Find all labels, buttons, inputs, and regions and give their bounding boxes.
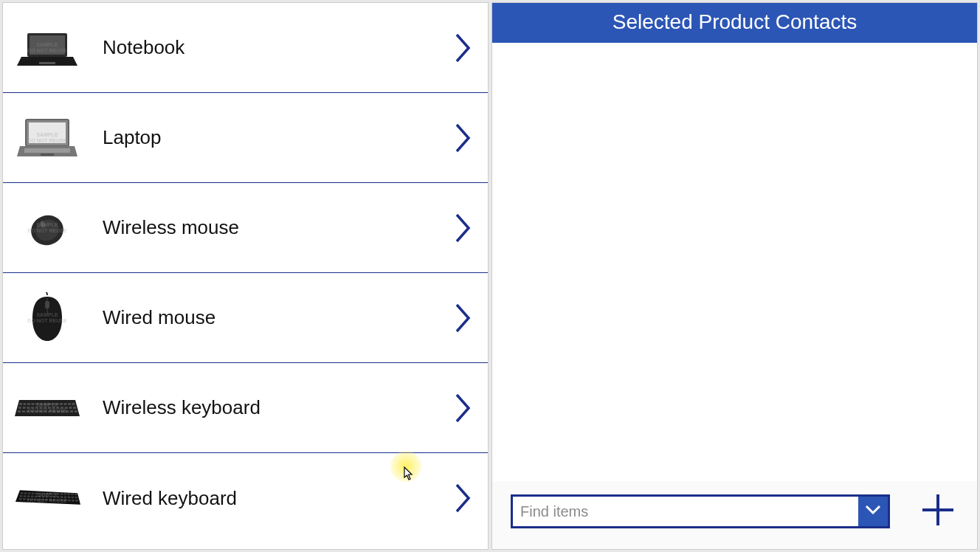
chevron-down-icon <box>865 505 881 518</box>
svg-rect-79 <box>38 496 41 497</box>
svg-rect-105 <box>75 500 78 502</box>
svg-rect-76 <box>27 495 30 497</box>
svg-rect-36 <box>48 407 51 409</box>
find-items-input[interactable] <box>513 497 858 526</box>
svg-rect-8 <box>41 153 54 156</box>
svg-rect-56 <box>75 410 77 413</box>
svg-rect-45 <box>27 410 30 413</box>
svg-rect-30 <box>23 407 26 409</box>
svg-rect-72 <box>71 494 74 495</box>
product-row-laptop[interactable]: SAMPLEDO NOT REUSELaptop <box>3 93 488 183</box>
svg-rect-26 <box>64 403 67 405</box>
svg-rect-101 <box>61 500 63 502</box>
svg-rect-82 <box>49 496 52 497</box>
svg-rect-91 <box>23 498 26 500</box>
svg-rect-78 <box>35 496 38 497</box>
svg-rect-38 <box>56 407 59 409</box>
svg-rect-21 <box>44 403 46 405</box>
contacts-pane: Selected Product Contacts <box>491 2 978 550</box>
product-row-mouse-wired[interactable]: SAMPLEDO NOT REUSEWired mouse <box>3 273 488 363</box>
product-row-keyboard-wireless[interactable]: SAMPLEDO NOT REUSEWireless keyboard <box>3 363 488 453</box>
contacts-panel-body <box>492 43 977 481</box>
chevron-right-icon <box>454 482 473 514</box>
svg-rect-100 <box>57 499 60 501</box>
svg-rect-23 <box>52 403 55 405</box>
svg-rect-84 <box>57 496 60 497</box>
svg-rect-73 <box>75 494 77 495</box>
svg-rect-62 <box>35 493 38 494</box>
svg-rect-64 <box>42 493 45 494</box>
svg-rect-5 <box>29 123 66 143</box>
svg-rect-63 <box>38 493 41 494</box>
product-label: Laptop <box>103 126 454 149</box>
svg-rect-7 <box>24 148 70 153</box>
svg-rect-93 <box>30 498 33 500</box>
svg-rect-81 <box>46 496 49 497</box>
svg-rect-71 <box>67 493 70 494</box>
product-list: SAMPLEDO NOT REUSENotebookSAMPLEDO NOT R… <box>3 3 488 543</box>
svg-rect-55 <box>70 410 73 413</box>
svg-rect-89 <box>75 497 78 498</box>
svg-marker-2 <box>17 57 77 66</box>
svg-rect-35 <box>44 407 46 409</box>
svg-rect-46 <box>31 410 34 413</box>
svg-rect-66 <box>49 493 52 494</box>
chevron-right-icon <box>454 122 473 154</box>
svg-rect-104 <box>72 500 75 502</box>
svg-rect-80 <box>42 496 45 497</box>
svg-rect-44 <box>22 410 25 413</box>
svg-rect-39 <box>61 407 63 409</box>
svg-rect-24 <box>56 403 59 405</box>
svg-rect-97 <box>45 499 48 501</box>
chevron-right-icon <box>454 302 473 334</box>
product-label: Wireless keyboard <box>103 396 454 419</box>
chevron-right-icon <box>454 392 473 424</box>
keyboard-wireless-icon: SAMPLEDO NOT REUSE <box>14 382 80 434</box>
svg-rect-94 <box>34 499 37 501</box>
product-row-keyboard-wired[interactable]: SAMPLEDO NOT REUSEWired keyboard <box>3 453 488 543</box>
svg-rect-90 <box>19 498 22 500</box>
product-row-notebook[interactable]: SAMPLEDO NOT REUSENotebook <box>3 3 488 93</box>
svg-rect-75 <box>24 495 27 497</box>
svg-rect-68 <box>57 493 60 494</box>
svg-rect-77 <box>31 495 34 497</box>
notebook-icon: SAMPLEDO NOT REUSE <box>14 22 80 74</box>
svg-rect-19 <box>35 403 38 405</box>
svg-rect-95 <box>38 499 41 501</box>
product-row-mouse-wireless[interactable]: SAMPLEDO NOT REUSEWireless mouse <box>3 183 488 273</box>
svg-rect-67 <box>53 493 56 494</box>
product-label: Wireless mouse <box>103 216 454 239</box>
svg-rect-99 <box>53 499 56 501</box>
add-button[interactable] <box>921 494 955 528</box>
search-footer <box>492 481 977 549</box>
svg-rect-18 <box>32 403 35 405</box>
svg-rect-1 <box>30 35 65 55</box>
svg-rect-60 <box>28 492 31 494</box>
svg-rect-13 <box>45 301 49 308</box>
svg-rect-87 <box>68 497 71 498</box>
svg-rect-48 <box>40 410 43 413</box>
laptop-icon: SAMPLEDO NOT REUSE <box>14 112 80 164</box>
find-items-dropdown-button[interactable] <box>858 497 888 526</box>
svg-rect-27 <box>68 403 71 405</box>
svg-rect-53 <box>61 410 64 413</box>
product-list-pane[interactable]: SAMPLEDO NOT REUSENotebookSAMPLEDO NOT R… <box>2 2 489 550</box>
svg-rect-86 <box>64 496 67 497</box>
svg-rect-102 <box>64 500 67 502</box>
svg-rect-69 <box>61 493 63 494</box>
svg-rect-25 <box>60 403 63 405</box>
svg-rect-96 <box>41 499 44 501</box>
find-items-combobox[interactable] <box>511 494 890 528</box>
svg-rect-103 <box>68 500 71 502</box>
svg-rect-54 <box>66 410 69 413</box>
contacts-panel-title: Selected Product Contacts <box>492 3 977 43</box>
svg-rect-59 <box>24 492 27 494</box>
svg-rect-49 <box>44 410 46 413</box>
svg-rect-33 <box>35 407 38 409</box>
svg-rect-88 <box>72 497 75 498</box>
svg-rect-74 <box>20 495 23 497</box>
svg-rect-52 <box>57 410 60 413</box>
svg-rect-20 <box>40 403 43 405</box>
chevron-right-icon <box>454 212 473 244</box>
svg-rect-65 <box>46 493 49 494</box>
